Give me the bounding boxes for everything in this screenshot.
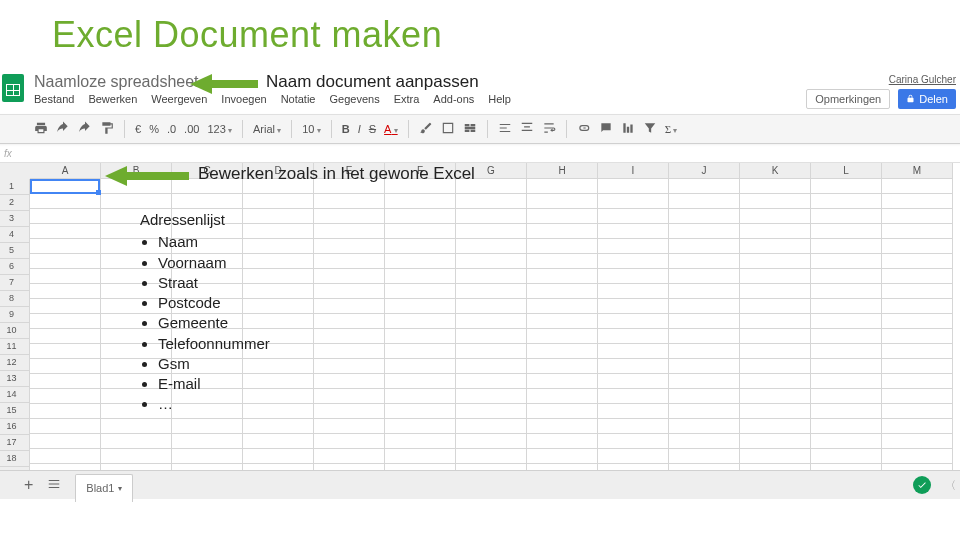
cell[interactable] [243,449,314,464]
row-header[interactable]: 6 [0,259,30,275]
cell[interactable] [669,404,740,419]
cell[interactable] [385,224,456,239]
cell[interactable] [101,419,172,434]
cell[interactable] [598,359,669,374]
cell[interactable] [598,449,669,464]
cell[interactable] [882,239,953,254]
cell[interactable] [669,299,740,314]
cell[interactable] [385,239,456,254]
cell[interactable] [385,299,456,314]
cell[interactable] [740,224,811,239]
cell[interactable] [314,374,385,389]
chart-icon[interactable] [621,121,635,137]
cell[interactable] [669,239,740,254]
cell[interactable] [740,239,811,254]
row-header[interactable]: 8 [0,291,30,307]
cell[interactable] [811,179,882,194]
row-header[interactable]: 7 [0,275,30,291]
cell[interactable] [314,254,385,269]
cell[interactable] [811,314,882,329]
cell[interactable] [811,344,882,359]
column-header[interactable]: K [740,163,811,179]
cell[interactable] [314,434,385,449]
cell[interactable] [385,314,456,329]
cell[interactable] [30,209,101,224]
cell[interactable] [740,269,811,284]
cell[interactable] [30,239,101,254]
cell[interactable] [882,254,953,269]
cell[interactable] [456,404,527,419]
cell[interactable] [740,209,811,224]
cell[interactable] [385,419,456,434]
cell[interactable] [598,179,669,194]
cell[interactable] [314,314,385,329]
menu-addons[interactable]: Add-ons [433,93,474,105]
currency-button[interactable]: € [135,123,141,135]
cell[interactable] [598,209,669,224]
cell[interactable] [740,344,811,359]
cell[interactable] [314,209,385,224]
cell[interactable] [314,344,385,359]
cell[interactable] [669,224,740,239]
column-header[interactable]: I [598,163,669,179]
sheet-tab[interactable]: Blad1 ▾ [75,474,133,502]
all-sheets-icon[interactable] [47,477,61,493]
cell[interactable] [882,314,953,329]
cell[interactable] [882,209,953,224]
cell[interactable] [30,269,101,284]
cell[interactable] [598,299,669,314]
cell[interactable] [740,314,811,329]
cell[interactable] [740,329,811,344]
cell[interactable] [740,284,811,299]
cell[interactable] [811,404,882,419]
borders-icon[interactable] [441,121,455,137]
cell[interactable] [243,419,314,434]
cell[interactable] [527,194,598,209]
cell[interactable] [314,419,385,434]
cell[interactable] [669,194,740,209]
cell[interactable] [385,434,456,449]
column-header[interactable]: J [669,163,740,179]
cell[interactable] [527,374,598,389]
wrap-icon[interactable] [542,121,556,137]
cell[interactable] [314,329,385,344]
cell[interactable] [314,404,385,419]
cell[interactable] [385,449,456,464]
cell[interactable] [882,404,953,419]
menu-gegevens[interactable]: Gegevens [329,93,379,105]
row-header[interactable]: 9 [0,307,30,323]
percent-button[interactable]: % [149,123,159,135]
cell[interactable] [598,419,669,434]
cell[interactable] [385,254,456,269]
cell[interactable] [101,194,172,209]
cell[interactable] [30,374,101,389]
paint-format-icon[interactable] [100,121,114,137]
cell[interactable] [669,269,740,284]
cell[interactable] [527,284,598,299]
cell[interactable] [811,419,882,434]
cell[interactable] [385,209,456,224]
cell[interactable] [740,449,811,464]
row-header[interactable]: 16 [0,419,30,435]
font-family-select[interactable]: Arial [253,123,281,135]
cell[interactable] [669,449,740,464]
cell[interactable] [456,389,527,404]
menu-invoegen[interactable]: Invoegen [221,93,266,105]
menu-bewerken[interactable]: Bewerken [88,93,137,105]
cell[interactable] [882,329,953,344]
row-header[interactable]: 10 [0,323,30,339]
cell[interactable] [882,419,953,434]
cell[interactable] [669,374,740,389]
filter-icon[interactable] [643,121,657,137]
cell[interactable] [882,449,953,464]
menu-extra[interactable]: Extra [394,93,420,105]
menu-notatie[interactable]: Notatie [281,93,316,105]
cell[interactable] [456,434,527,449]
cell[interactable] [527,434,598,449]
v-align-icon[interactable] [520,121,534,137]
cell[interactable] [811,389,882,404]
print-icon[interactable] [34,121,48,137]
cell[interactable] [811,209,882,224]
row-header[interactable]: 3 [0,211,30,227]
cell[interactable] [456,269,527,284]
